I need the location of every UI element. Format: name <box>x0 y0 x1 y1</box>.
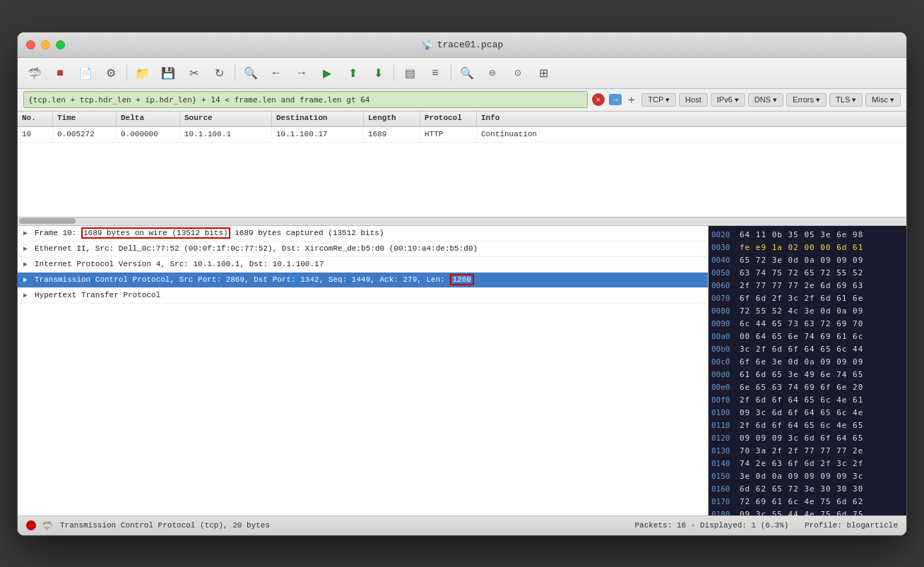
columns-button[interactable]: ▤ <box>398 62 421 83</box>
filter-preset-misc[interactable]: Misc ▾ <box>865 93 901 107</box>
packet-source: 10.1.100.1 <box>180 129 272 140</box>
hex-bytes: 63 74 75 72 65 72 55 52 <box>740 268 904 277</box>
detail-row-http[interactable]: ▶ Hypertext Transfer Protocol <box>18 288 708 304</box>
hex-row-0110: 0110 2f 6d 6f 64 65 6c 4e 65 <box>711 419 904 432</box>
detail-row-frame[interactable]: ▶ Frame 10: 1689 bytes on wire (13512 bi… <box>18 226 708 241</box>
window-title: 📡 trace01.pcap <box>421 39 504 51</box>
packet-details-panel: ▶ Frame 10: 1689 bytes on wire (13512 bi… <box>18 226 709 515</box>
detail-ip-text: Internet Protocol Version 4, Src: 10.1.1… <box>35 260 324 268</box>
hex-bytes: 6f 6e 3e 0d 0a 09 09 09 <box>740 357 904 366</box>
sep2 <box>235 64 235 81</box>
hex-row-00e0: 00e0 6e 65 63 74 69 6f 6e 20 <box>711 381 904 394</box>
hex-row-0180: 0180 09 3c 55 44 4e 75 6d 75 <box>711 508 904 515</box>
table-row[interactable]: 10 0.005272 0.000000 10.1.100.1 10.1.100… <box>18 127 906 143</box>
col-header-source: Source <box>180 112 272 126</box>
hex-row-00f0: 00f0 2f 6d 6f 64 65 6c 4e 61 <box>711 394 904 407</box>
down-button[interactable]: ⬇ <box>367 62 389 83</box>
filter-add-button[interactable]: ＋ <box>626 92 637 107</box>
col-header-info: Info <box>477 112 906 126</box>
detail-tcp-text: Transmission Control Protocol, Src Port:… <box>35 275 474 284</box>
col-header-protocol: Protocol <box>420 112 477 126</box>
packet-protocol: HTTP <box>420 129 477 140</box>
hex-row-0060: 0060 2f 77 77 77 2e 6d 69 63 <box>711 280 904 292</box>
hex-bytes: 3e 0d 0a 09 09 09 09 3c <box>740 472 904 481</box>
stop-capture-button[interactable]: ■ <box>49 62 71 83</box>
go-button[interactable]: ▶ <box>316 62 338 83</box>
close-window-button[interactable] <box>26 40 35 49</box>
hex-offset: 00a0 <box>711 332 740 341</box>
back-button[interactable]: ← <box>265 62 288 83</box>
hex-bytes: 65 72 3e 0d 0a 09 09 09 <box>740 256 904 265</box>
filter-preset-errors[interactable]: Errors ▾ <box>786 93 827 107</box>
settings-button[interactable]: ⚙ <box>100 62 122 83</box>
hex-offset: 0080 <box>711 306 740 316</box>
hex-offset: 0120 <box>711 434 740 443</box>
hex-offset: 0180 <box>711 510 740 515</box>
hex-row-0020: 0020 64 11 0b 35 05 3e 6e 98 <box>711 229 904 241</box>
cut-button[interactable]: ✂ <box>182 62 205 83</box>
up-button[interactable]: ⬆ <box>341 62 364 83</box>
hex-bytes: 09 09 09 3c 6d 6f 64 65 <box>740 434 904 443</box>
maximize-window-button[interactable] <box>56 40 65 49</box>
minimize-window-button[interactable] <box>41 40 50 49</box>
save-file-button[interactable]: 💾 <box>157 62 179 83</box>
filter-preset-tcp[interactable]: TCP ▾ <box>641 93 676 107</box>
hex-row-0030: 0030 fe e9 1a 02 00 00 6d 61 <box>711 241 904 254</box>
toolbar: 🦈 ■ 📄 ⚙ 📁 💾 ✂ ↻ 🔍 ← → ▶ ⬆ ⬇ ▤ ≡ 🔍 ⊖ ⊙ ⊞ <box>18 58 906 89</box>
wireshark-status-icon: 🦈 <box>42 520 54 530</box>
zoom-out-button[interactable]: ⊖ <box>481 62 504 83</box>
filter-presets: TCP ▾ Host IPv6 ▾ DNS ▾ Errors ▾ TLS ▾ M… <box>641 93 901 107</box>
hex-offset: 0100 <box>711 408 740 417</box>
hex-row-0160: 0160 6d 62 65 72 3e 30 30 30 <box>711 483 904 496</box>
hex-row-00b0: 00b0 3c 2f 6d 6f 64 65 6c 44 <box>711 343 904 356</box>
filter-preset-ipv6[interactable]: IPv6 ▾ <box>711 93 745 107</box>
detail-row-tcp[interactable]: ▶ Transmission Control Protocol, Src Por… <box>18 273 708 288</box>
hex-offset: 0060 <box>711 281 740 290</box>
hex-row-0080: 0080 72 55 52 4c 3e 0d 0a 09 <box>711 305 904 318</box>
hex-offset: 0090 <box>711 319 740 328</box>
document-icon-button[interactable]: 📄 <box>74 62 97 83</box>
search-button[interactable]: 🔍 <box>239 62 262 83</box>
filter-apply-button[interactable]: → <box>609 94 622 105</box>
open-file-button[interactable]: 📁 <box>131 62 154 83</box>
filter-input[interactable] <box>23 91 588 108</box>
wireshark-logo-icon: 📡 <box>421 39 433 51</box>
shark-logo-button[interactable]: 🦈 <box>23 62 46 83</box>
resize-columns-button[interactable]: ⊞ <box>532 62 555 83</box>
detail-http-text: Hypertext Transfer Protocol <box>35 291 160 299</box>
zoom-in-button[interactable]: 🔍 <box>456 62 478 83</box>
packet-destination: 10.1.100.17 <box>272 129 364 140</box>
reload-button[interactable]: ↻ <box>208 62 230 83</box>
detail-ethernet-text: Ethernet II, Src: Dell_0c:77:52 (00:0f:1… <box>35 244 478 253</box>
detail-row-ethernet[interactable]: ▶ Ethernet II, Src: Dell_0c:77:52 (00:0f… <box>18 241 708 257</box>
reset-zoom-button[interactable]: ⊙ <box>507 62 529 83</box>
scrollbar-thumb[interactable] <box>19 218 76 224</box>
filter-preset-host[interactable]: Host <box>679 93 708 107</box>
hex-bytes: 09 3c 55 44 4e 75 6d 75 <box>740 510 904 515</box>
filter-bar: ✕ → ＋ TCP ▾ Host IPv6 ▾ DNS ▾ Errors ▾ T… <box>18 89 906 112</box>
hex-row-0150: 0150 3e 0d 0a 09 09 09 09 3c <box>711 470 904 483</box>
profile-info: Profile: blogarticle <box>805 521 898 530</box>
hex-offset: 0110 <box>711 421 740 430</box>
hex-bytes: 3c 2f 6d 6f 64 65 6c 44 <box>740 345 904 354</box>
title-bar: 📡 trace01.pcap <box>18 32 906 58</box>
packet-list-scrollbar[interactable] <box>18 217 906 226</box>
hex-bytes-highlight: fe e9 1a 02 00 00 6d 61 <box>740 243 904 252</box>
hex-row-0090: 0090 6c 44 65 73 63 72 69 70 <box>711 318 904 330</box>
hex-row-00a0: 00a0 00 64 65 6e 74 69 61 6c <box>711 330 904 343</box>
columns2-button[interactable]: ≡ <box>424 62 446 83</box>
forward-button[interactable]: → <box>290 62 313 83</box>
hex-bytes: 64 11 0b 35 05 3e 6e 98 <box>740 230 904 239</box>
hex-bytes: 00 64 65 6e 74 69 61 6c <box>740 332 904 341</box>
filter-preset-tls[interactable]: TLS ▾ <box>829 93 863 107</box>
detail-row-ip[interactable]: ▶ Internet Protocol Version 4, Src: 10.1… <box>18 257 708 273</box>
hex-bytes: 09 3c 6d 6f 64 65 6c 4e <box>740 408 904 417</box>
hex-bytes: 2f 6d 6f 64 65 6c 4e 61 <box>740 395 904 405</box>
filter-clear-button[interactable]: ✕ <box>592 93 605 106</box>
traffic-lights <box>26 40 65 49</box>
hex-bytes: 6c 44 65 73 63 72 69 70 <box>740 319 904 328</box>
filter-preset-dns[interactable]: DNS ▾ <box>748 93 783 107</box>
hex-offset: 0170 <box>711 497 740 506</box>
hex-offset: 00e0 <box>711 383 740 392</box>
hex-offset: 00d0 <box>711 370 740 379</box>
